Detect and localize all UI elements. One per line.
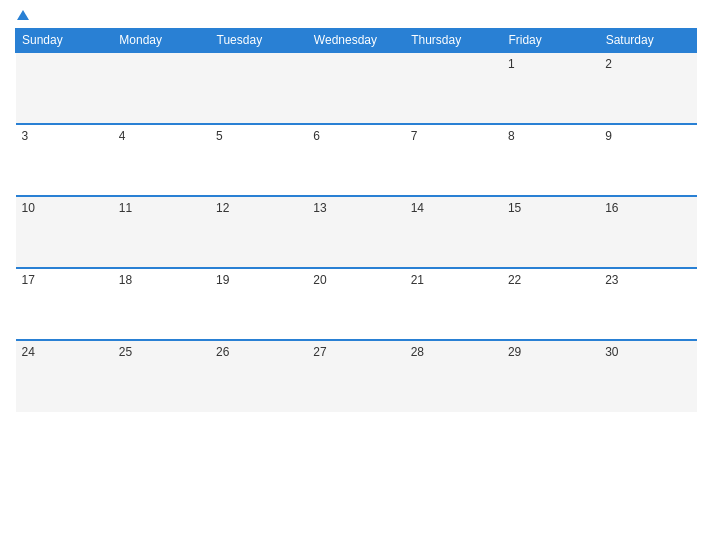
day-number: 18 (119, 273, 132, 287)
day-number: 26 (216, 345, 229, 359)
calendar-day-cell: 14 (405, 196, 502, 268)
calendar-day-cell: 12 (210, 196, 307, 268)
page: SundayMondayTuesdayWednesdayThursdayFrid… (0, 0, 712, 550)
calendar-day-cell: 25 (113, 340, 210, 412)
day-number: 30 (605, 345, 618, 359)
calendar-week-row: 12 (16, 52, 697, 124)
calendar-day-cell: 27 (307, 340, 404, 412)
calendar-day-cell: 15 (502, 196, 599, 268)
calendar-day-cell: 28 (405, 340, 502, 412)
calendar-week-row: 24252627282930 (16, 340, 697, 412)
calendar-day-cell: 16 (599, 196, 696, 268)
calendar-table: SundayMondayTuesdayWednesdayThursdayFrid… (15, 28, 697, 412)
day-number: 3 (22, 129, 29, 143)
days-of-week-row: SundayMondayTuesdayWednesdayThursdayFrid… (16, 29, 697, 53)
day-number: 4 (119, 129, 126, 143)
calendar-day-cell: 19 (210, 268, 307, 340)
day-number: 19 (216, 273, 229, 287)
calendar-day-cell: 21 (405, 268, 502, 340)
header (15, 10, 697, 20)
day-number: 5 (216, 129, 223, 143)
calendar-day-cell: 18 (113, 268, 210, 340)
day-number: 23 (605, 273, 618, 287)
day-of-week-header: Thursday (405, 29, 502, 53)
calendar-day-cell: 7 (405, 124, 502, 196)
day-number: 15 (508, 201, 521, 215)
calendar-day-cell: 5 (210, 124, 307, 196)
day-number: 13 (313, 201, 326, 215)
calendar-day-cell: 30 (599, 340, 696, 412)
day-number: 14 (411, 201, 424, 215)
calendar-week-row: 17181920212223 (16, 268, 697, 340)
day-number: 28 (411, 345, 424, 359)
calendar-body: 1234567891011121314151617181920212223242… (16, 52, 697, 412)
calendar-day-cell: 24 (16, 340, 113, 412)
calendar-day-cell: 2 (599, 52, 696, 124)
day-number: 9 (605, 129, 612, 143)
day-number: 24 (22, 345, 35, 359)
day-of-week-header: Wednesday (307, 29, 404, 53)
calendar-day-cell: 23 (599, 268, 696, 340)
calendar-day-cell: 20 (307, 268, 404, 340)
day-of-week-header: Monday (113, 29, 210, 53)
calendar-day-cell (210, 52, 307, 124)
day-number: 11 (119, 201, 132, 215)
calendar-day-cell: 8 (502, 124, 599, 196)
calendar-day-cell: 4 (113, 124, 210, 196)
calendar-day-cell: 6 (307, 124, 404, 196)
day-number: 25 (119, 345, 132, 359)
day-number: 21 (411, 273, 424, 287)
day-number: 17 (22, 273, 35, 287)
calendar-week-row: 3456789 (16, 124, 697, 196)
day-of-week-header: Friday (502, 29, 599, 53)
calendar-day-cell (307, 52, 404, 124)
day-number: 6 (313, 129, 320, 143)
day-of-week-header: Tuesday (210, 29, 307, 53)
calendar-day-cell: 10 (16, 196, 113, 268)
calendar-day-cell: 1 (502, 52, 599, 124)
calendar-day-cell: 3 (16, 124, 113, 196)
calendar-day-cell (16, 52, 113, 124)
calendar-day-cell: 26 (210, 340, 307, 412)
calendar-header: SundayMondayTuesdayWednesdayThursdayFrid… (16, 29, 697, 53)
day-number: 1 (508, 57, 515, 71)
logo (15, 10, 29, 20)
day-number: 7 (411, 129, 418, 143)
day-number: 20 (313, 273, 326, 287)
logo-triangle-icon (17, 10, 29, 20)
calendar-day-cell (113, 52, 210, 124)
day-number: 29 (508, 345, 521, 359)
day-of-week-header: Saturday (599, 29, 696, 53)
day-number: 8 (508, 129, 515, 143)
day-number: 12 (216, 201, 229, 215)
day-number: 16 (605, 201, 618, 215)
calendar-day-cell: 22 (502, 268, 599, 340)
calendar-day-cell: 13 (307, 196, 404, 268)
calendar-day-cell: 29 (502, 340, 599, 412)
calendar-day-cell: 11 (113, 196, 210, 268)
calendar-week-row: 10111213141516 (16, 196, 697, 268)
calendar-day-cell (405, 52, 502, 124)
day-number: 10 (22, 201, 35, 215)
day-of-week-header: Sunday (16, 29, 113, 53)
calendar-day-cell: 9 (599, 124, 696, 196)
day-number: 2 (605, 57, 612, 71)
day-number: 22 (508, 273, 521, 287)
calendar-day-cell: 17 (16, 268, 113, 340)
day-number: 27 (313, 345, 326, 359)
